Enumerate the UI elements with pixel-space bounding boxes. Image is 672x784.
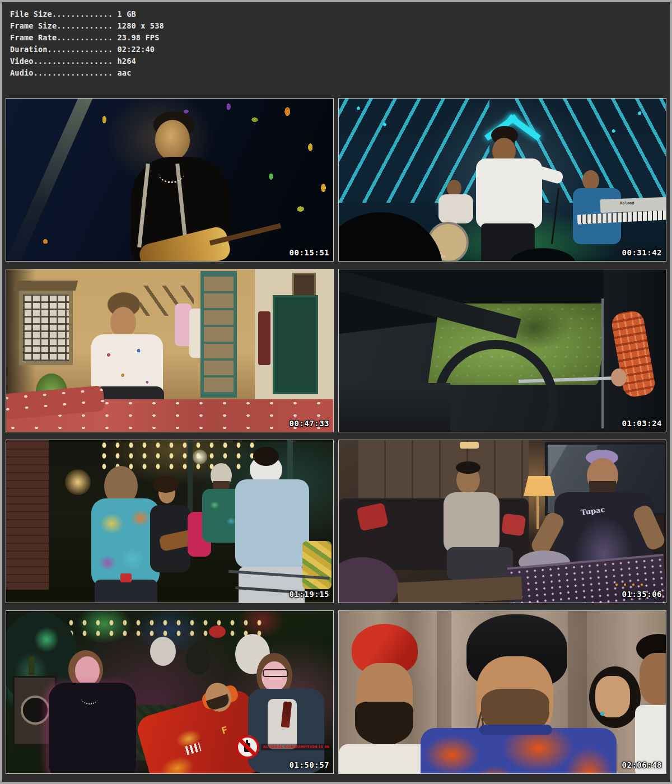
timestamp-overlay: 01:35:06 bbox=[622, 590, 662, 599]
jeans-red-patch bbox=[120, 573, 132, 582]
denim-jacket bbox=[235, 479, 309, 568]
media-info-block: File Size............. 1 GB Frame Size..… bbox=[2, 2, 670, 79]
timestamp-overlay: 01:50:57 bbox=[290, 760, 329, 769]
sconce-light bbox=[460, 442, 479, 449]
audio-codec-line: Audio................. aac bbox=[10, 67, 670, 79]
keyboardist-head bbox=[582, 170, 599, 190]
wall-hanging bbox=[258, 311, 270, 365]
screenshot-sheet: File Size............. 1 GB Frame Size..… bbox=[0, 0, 672, 784]
file-size-line: File Size............. 1 GB bbox=[10, 8, 670, 20]
timestamp-overlay: 00:31:42 bbox=[622, 248, 662, 257]
sikh-beard bbox=[355, 702, 413, 745]
singer-face bbox=[155, 120, 190, 160]
frame-size-line: Frame Size............ 1280 x 538 bbox=[10, 20, 670, 32]
thumbnail-car-interior: 01:03:24 bbox=[338, 269, 666, 432]
sweater-collar bbox=[479, 725, 552, 735]
warning-text: ALCOHOL CONSUMPTION IS IN bbox=[261, 744, 331, 750]
pearl-necklace bbox=[158, 164, 184, 183]
timestamp-overlay: 01:19:15 bbox=[290, 590, 329, 599]
speaker-cone bbox=[21, 696, 50, 725]
denim-man-hair bbox=[253, 447, 279, 466]
video-codec-line: Video................. h264 bbox=[10, 55, 670, 67]
dashboard bbox=[339, 383, 450, 432]
no-alcohol-icon bbox=[236, 735, 259, 759]
sikh-shirt bbox=[339, 744, 428, 774]
thumbnail-concert-confetti: 00:15:51 bbox=[6, 98, 334, 262]
crowd-silhouette bbox=[338, 212, 442, 262]
thumbnail-beanie-closeup: 02:06:48 bbox=[338, 610, 666, 774]
thumbnail-recording-studio: Tupac 01:35:06 bbox=[338, 440, 666, 603]
window-awning bbox=[13, 281, 77, 291]
teal-earring bbox=[600, 712, 604, 716]
picture-frame bbox=[292, 273, 316, 298]
teal-door-frame bbox=[200, 271, 237, 398]
floor-rug bbox=[397, 577, 522, 603]
eyeglasses bbox=[263, 669, 288, 677]
young-man-face bbox=[640, 653, 666, 704]
bottle-on-speaker bbox=[29, 656, 35, 675]
thumbnail-party-scene: F ALCOHOL CONSUMPTION IS IN 01:50:57 bbox=[6, 610, 334, 774]
timestamp-overlay: 02:06:48 bbox=[622, 760, 662, 769]
guitarist-hair bbox=[153, 476, 179, 493]
lamp-shade bbox=[524, 476, 555, 496]
seated-man-pants bbox=[447, 547, 513, 580]
crowd-figure bbox=[186, 643, 211, 675]
woman-face-bg bbox=[595, 676, 630, 717]
man-face bbox=[110, 307, 136, 338]
drummer-shirt bbox=[438, 194, 473, 223]
lamp-stand bbox=[536, 496, 539, 529]
seated-man-sweater bbox=[444, 492, 500, 554]
thumbnail-night-street-group: 01:19:15 bbox=[6, 440, 334, 603]
brick-wall bbox=[6, 440, 49, 590]
thumbnail-courtyard-cot: 00:47:33 bbox=[6, 269, 334, 432]
statutory-warning: ALCOHOL CONSUMPTION IS IN bbox=[236, 735, 331, 759]
thumbnail-stage-performance: YAMAHA Roland 00:31:42 bbox=[338, 98, 666, 262]
duration-line: Duration.............. 02:22:40 bbox=[10, 44, 670, 55]
timestamp-overlay: 00:15:51 bbox=[290, 248, 329, 257]
woman-jeans bbox=[95, 580, 157, 603]
hero-sweater bbox=[421, 728, 617, 774]
yellow-bag bbox=[302, 541, 332, 589]
lamp-glow bbox=[65, 469, 91, 495]
window bbox=[19, 291, 73, 365]
door-edge-highlight bbox=[601, 298, 604, 428]
neon-beams-left bbox=[339, 99, 489, 203]
hand bbox=[611, 368, 627, 386]
thumbnail-grid: 00:15:51 YAMAHA Roland 00:31:42 bbox=[6, 98, 666, 774]
console-leds bbox=[614, 583, 647, 586]
green-door bbox=[273, 295, 318, 394]
seated-man-hair bbox=[456, 461, 480, 474]
crowd-white-tee bbox=[150, 637, 176, 666]
crowd-red-cap bbox=[209, 626, 226, 638]
light-streak bbox=[6, 98, 95, 262]
timestamp-overlay: 01:03:24 bbox=[622, 419, 662, 428]
timestamp-overlay: 00:47:33 bbox=[290, 419, 329, 428]
red-pillow bbox=[501, 514, 526, 536]
woman-left-face bbox=[75, 656, 100, 685]
frame-rate-line: Frame Rate............ 23.98 FPS bbox=[10, 32, 670, 44]
